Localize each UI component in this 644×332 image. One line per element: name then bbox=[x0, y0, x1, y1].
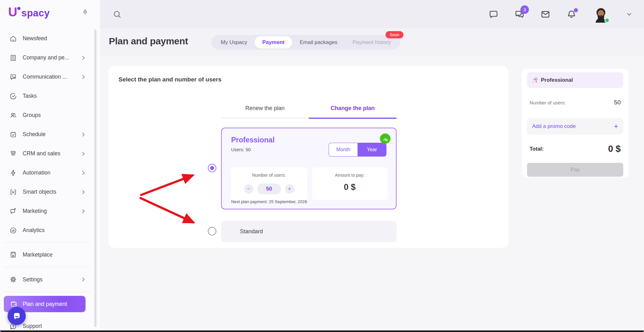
bell-notification-dot bbox=[574, 8, 578, 12]
standard-plan-row[interactable]: Standard bbox=[221, 221, 397, 242]
mail-icon[interactable] bbox=[540, 9, 551, 19]
smart-objects-icon bbox=[9, 188, 17, 196]
bell-icon[interactable] bbox=[566, 9, 577, 19]
window-bottom-edge bbox=[0, 330, 644, 332]
promo-code-label: Add a promo code bbox=[532, 123, 576, 130]
sidebar-item-label: Plan and payment bbox=[23, 301, 67, 307]
sidebar-item-marketing[interactable]: Marketing bbox=[0, 202, 94, 221]
pay-button[interactable]: Pay bbox=[527, 163, 623, 177]
sidebar-scrollbar[interactable] bbox=[94, 30, 97, 327]
online-status-dot bbox=[604, 18, 610, 23]
summary-plan-name: Professional bbox=[541, 77, 573, 83]
newsfeed-icon bbox=[9, 35, 17, 42]
topbar-actions: 3 bbox=[489, 6, 644, 23]
sidebar-item-label: Company and pe... bbox=[23, 54, 69, 61]
chevron-right-icon bbox=[80, 170, 86, 176]
marketing-icon bbox=[9, 208, 17, 215]
plan-selection-card: Select the plan and number of users Rene… bbox=[108, 66, 508, 248]
chevron-down-icon[interactable] bbox=[625, 10, 633, 18]
summary-users-label: Number of users: bbox=[530, 100, 566, 105]
sidebar-item-label: Schedule bbox=[23, 131, 46, 138]
chat-bubble-icon bbox=[11, 311, 22, 321]
sidebar-item-schedule[interactable]: Schedule bbox=[0, 125, 94, 144]
feedback-chat-icon[interactable] bbox=[489, 9, 498, 19]
chevron-right-icon bbox=[80, 208, 86, 214]
tasks-icon bbox=[9, 92, 17, 100]
sidebar-item-settings[interactable]: Settings bbox=[0, 269, 94, 290]
add-promo-code-row[interactable]: Add a promo code + bbox=[527, 118, 623, 135]
sidebar-item-label: Marketing bbox=[23, 208, 47, 214]
chevron-right-icon bbox=[80, 277, 86, 282]
uspacy-app-window: U spacy Newsfeed Company and pe... Commu… bbox=[0, 0, 644, 332]
tab-renew-the-plan[interactable]: Renew the plan bbox=[221, 99, 309, 119]
messenger-icon[interactable]: 3 bbox=[514, 9, 525, 19]
order-summary-card: Professional Number of users: 50 Add a p… bbox=[522, 69, 629, 177]
sidebar-item-label: Analytics bbox=[23, 227, 45, 234]
sidebar-item-analytics[interactable]: Analytics bbox=[0, 221, 94, 240]
chevron-right-icon bbox=[80, 151, 86, 157]
tab-payment[interactable]: Payment bbox=[255, 36, 292, 48]
tab-my-uspacy[interactable]: My Uspacy bbox=[213, 36, 255, 48]
plan-users-caption: Users: 50 bbox=[231, 147, 251, 152]
summary-plan-header: Professional bbox=[527, 72, 623, 88]
sidebar-item-smart-objects[interactable]: Smart objects bbox=[0, 182, 94, 202]
tab-email-packages[interactable]: Email packages bbox=[292, 36, 345, 48]
summary-users-value: 50 bbox=[614, 99, 621, 106]
search-icon[interactable] bbox=[113, 10, 122, 19]
sidebar-item-newsfeed[interactable]: Newsfeed bbox=[0, 29, 94, 48]
sidebar-item-automation[interactable]: Automation bbox=[0, 163, 94, 182]
uspacy-logo[interactable]: U spacy bbox=[8, 5, 50, 19]
decrease-users-button[interactable]: − bbox=[244, 184, 253, 194]
automation-icon bbox=[9, 169, 17, 177]
amount-to-pay-box: Amount to pay: 0 $ bbox=[312, 167, 387, 200]
standard-plan-radio[interactable] bbox=[208, 227, 216, 235]
discount-seal-badge: -% bbox=[378, 133, 392, 147]
number-of-users-label: Number of users: bbox=[231, 173, 307, 178]
pin-sidebar-icon[interactable] bbox=[81, 9, 89, 17]
tab-change-the-plan[interactable]: Change the plan bbox=[309, 99, 397, 119]
total-value: 0 $ bbox=[608, 144, 621, 154]
chevron-right-icon bbox=[80, 55, 86, 61]
plan-name: Standard bbox=[240, 228, 263, 235]
gear-icon bbox=[9, 276, 17, 283]
sidebar-item-marketplace[interactable]: Marketplace bbox=[0, 245, 94, 265]
user-avatar[interactable] bbox=[592, 6, 609, 23]
sidebar-item-crm-and-sales[interactable]: CRM and sales bbox=[0, 144, 94, 163]
page-tabs: My Uspacy Payment Email packages Payment… bbox=[211, 35, 400, 50]
messenger-count-badge: 3 bbox=[520, 5, 529, 14]
increase-users-button[interactable]: + bbox=[285, 184, 294, 194]
sidebar-item-label: Automation bbox=[23, 169, 51, 176]
topbar: 3 bbox=[100, 0, 644, 28]
chevron-right-icon bbox=[80, 189, 86, 195]
sidebar: U spacy Newsfeed Company and pe... Commu… bbox=[0, 0, 100, 332]
plan-selection-heading: Select the plan and number of users bbox=[119, 76, 221, 83]
support-chat-launcher[interactable] bbox=[8, 307, 26, 325]
sidebar-item-label: Marketplace bbox=[23, 252, 53, 258]
sidebar-item-company-and-people[interactable]: Company and pe... bbox=[0, 48, 94, 67]
sidebar-divider bbox=[4, 292, 90, 292]
users-count-value[interactable]: 50 bbox=[257, 184, 281, 194]
sidebar-item-label: Newsfeed bbox=[23, 35, 47, 42]
summary-users-row: Number of users: 50 bbox=[530, 99, 621, 106]
plus-icon[interactable]: + bbox=[614, 122, 618, 131]
sidebar-item-tasks[interactable]: Tasks bbox=[0, 86, 94, 106]
chevron-right-icon bbox=[80, 132, 86, 137]
summary-total-row: Total: 0 $ bbox=[530, 144, 621, 154]
month-toggle-button[interactable]: Month bbox=[329, 143, 358, 157]
chevron-right-icon bbox=[80, 74, 86, 80]
company-icon bbox=[9, 54, 17, 62]
rocket-icon bbox=[532, 77, 538, 83]
communication-icon bbox=[9, 73, 17, 81]
logo-wordmark: spacy bbox=[21, 8, 50, 19]
sidebar-item-groups[interactable]: Groups bbox=[0, 106, 94, 125]
amount-to-pay-label: Amount to pay: bbox=[312, 173, 387, 178]
soon-badge: Soon bbox=[386, 31, 403, 38]
billing-period-toggle: Month Year bbox=[329, 143, 386, 157]
sidebar-item-communication[interactable]: Communication ... bbox=[0, 67, 94, 86]
discount-badge-label: -% bbox=[383, 137, 388, 142]
logo-u-mark: U bbox=[8, 5, 17, 19]
professional-plan-radio[interactable] bbox=[208, 164, 216, 172]
sidebar-item-label: CRM and sales bbox=[23, 150, 60, 157]
next-plan-payment-note: Next plan payment: 25 September, 2026 bbox=[231, 199, 307, 204]
professional-plan-card[interactable]: Professional Users: 50 Month Year -% Num… bbox=[221, 128, 397, 209]
